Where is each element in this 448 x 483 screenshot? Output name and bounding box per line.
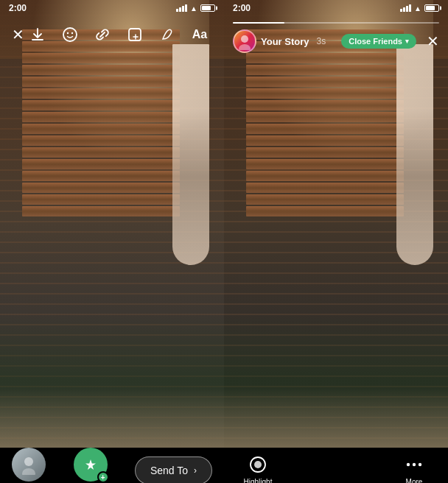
bottom-bar: Your Story + Close Friends Send To › — [0, 448, 448, 483]
highlight-action[interactable]: Highlight — [236, 454, 280, 483]
link-button[interactable] — [89, 21, 116, 48]
toolbar-right: Aa — [24, 21, 213, 48]
status-bar-left: 2:00 ▲ — [0, 0, 224, 16]
status-bar-right: 2:00 ▲ — [224, 0, 448, 16]
story-time: 3s — [317, 36, 326, 46]
story-editor-panel: ✕ — [0, 0, 224, 448]
battery-icon — [200, 4, 215, 12]
svg-point-2 — [71, 32, 73, 34]
wifi-icon: ▲ — [190, 4, 197, 13]
bottom-left: Your Story + Close Friends Send To › — [0, 448, 224, 483]
window-blinds-right — [246, 29, 404, 236]
svg-point-9 — [254, 461, 262, 468]
svg-point-7 — [22, 468, 35, 475]
svg-point-5 — [239, 44, 251, 50]
viewer-close-button[interactable]: ✕ — [427, 32, 439, 50]
screens-container: ✕ — [0, 0, 448, 448]
highlight-icon — [248, 454, 267, 475]
draw-button[interactable] — [154, 21, 181, 48]
send-to-button[interactable]: Send To › — [135, 456, 212, 484]
more-label: More — [406, 478, 423, 483]
user-avatar — [233, 29, 256, 53]
svg-point-4 — [241, 35, 248, 43]
editor-toolbar: ✕ — [0, 16, 224, 53]
svg-point-11 — [413, 463, 416, 466]
wifi-icon-right: ▲ — [414, 4, 421, 13]
battery-icon-right — [424, 4, 439, 12]
svg-point-0 — [63, 28, 77, 41]
more-action[interactable]: More — [392, 454, 436, 483]
status-icons-right: ▲ — [400, 4, 439, 13]
close-friends-thumb[interactable]: + Close Friends — [68, 448, 113, 483]
svg-point-6 — [24, 457, 33, 466]
chevron-down-icon: ▾ — [405, 38, 409, 45]
foreground — [0, 389, 224, 448]
bottom-right: Highlight More — [224, 454, 448, 483]
viewer-header: Your Story 3s Close Friends ▾ ✕ — [224, 16, 448, 59]
your-story-thumb[interactable]: Your Story — [12, 448, 46, 483]
signal-icon — [176, 4, 187, 12]
svg-point-10 — [407, 463, 410, 466]
emoji-button[interactable] — [57, 21, 83, 48]
close-friends-label: Close Friends — [349, 37, 402, 46]
story-viewer-panel: Your Story 3s Close Friends ▾ ✕ — [224, 0, 448, 448]
highlight-label: Highlight — [244, 478, 273, 483]
signal-icon-right — [400, 4, 411, 12]
sticker-button[interactable] — [122, 21, 148, 48]
time-left: 2:00 — [9, 3, 27, 13]
more-icon — [405, 454, 424, 475]
curtain — [172, 44, 209, 265]
your-story-avatar — [12, 448, 46, 482]
svg-point-1 — [67, 32, 69, 34]
time-right: 2:00 — [233, 3, 251, 13]
close-friends-badge[interactable]: Close Friends ▾ — [341, 34, 416, 49]
curtain-right — [396, 44, 433, 265]
story-progress-fill — [233, 22, 284, 24]
chevron-right-icon: › — [194, 465, 197, 476]
download-button[interactable] — [24, 21, 51, 48]
plus-badge: + — [97, 471, 109, 483]
send-to-label: Send To — [150, 465, 188, 476]
close-button[interactable]: ✕ — [12, 21, 24, 48]
story-progress-bar — [233, 22, 439, 24]
user-name: Your Story — [261, 36, 309, 47]
svg-rect-3 — [129, 29, 141, 40]
window-blinds — [22, 29, 180, 236]
svg-point-12 — [419, 463, 421, 466]
foreground-right — [224, 389, 448, 448]
viewer-info: Your Story 3s Close Friends ▾ ✕ — [233, 29, 439, 53]
viewer-user: Your Story 3s — [233, 29, 326, 53]
text-button[interactable]: Aa — [186, 21, 213, 48]
status-icons-left: ▲ — [176, 4, 215, 13]
